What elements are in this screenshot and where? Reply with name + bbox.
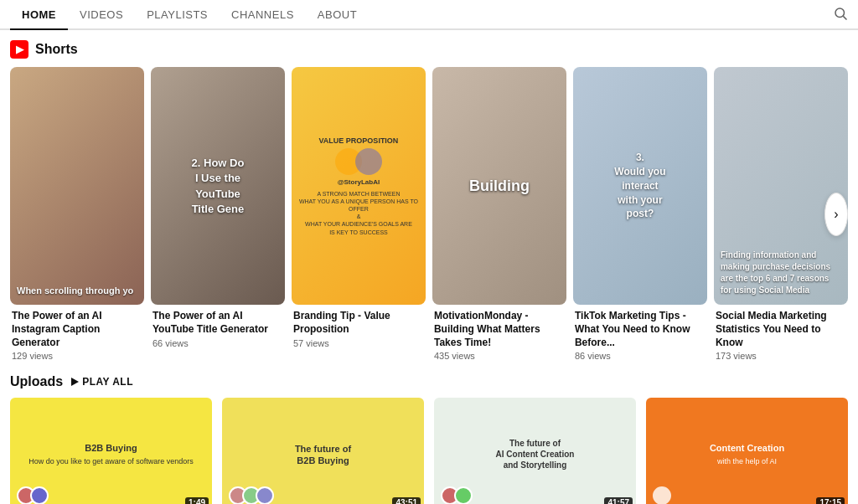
nav-item-channels[interactable]: CHANNELS	[220, 0, 306, 30]
shorts-section: ▶ Shorts When scrolling through yo The P…	[0, 30, 858, 361]
shorts-container: When scrolling through yo The Power of a…	[10, 67, 848, 361]
uploads-title: Uploads	[10, 374, 63, 389]
upload-card-2[interactable]: The future ofB2B Buying 43:51 The Future…	[222, 398, 424, 504]
short-card-5[interactable]: 3.Would you interactwith your post? TikT…	[573, 67, 707, 361]
short-card-title-1: The Power of an AI Instagram Caption Gen…	[12, 310, 142, 349]
short-overlay-5: 3.Would you interactwith your post?	[607, 144, 674, 228]
short-card-title-5: TikTok Marketing Tips - What You Need to…	[575, 310, 706, 349]
upload-avatars-4	[653, 486, 671, 504]
short-card-views-5: 86 views	[575, 351, 706, 361]
short-card-info-1: The Power of an AI Instagram Caption Gen…	[10, 310, 144, 361]
shorts-logo: ▶	[10, 40, 28, 59]
upload-duration-4: 17:15	[816, 497, 845, 504]
upload-card-3[interactable]: The future ofAI Content Creationand Stor…	[434, 398, 636, 504]
upload-thumb-3: The future ofAI Content Creationand Stor…	[434, 398, 636, 504]
shorts-next-button[interactable]: ›	[824, 193, 848, 236]
short-card-1[interactable]: When scrolling through yo The Power of a…	[10, 67, 144, 361]
search-icon[interactable]	[833, 6, 848, 23]
upload-thumb-2: The future ofB2B Buying 43:51	[222, 398, 424, 504]
short-card-3[interactable]: VALUE PROPOSITION @StoryLabAI A STRONG M…	[292, 67, 426, 361]
short-card-views-6: 173 views	[716, 351, 846, 361]
short-card-info-6: Social Media Marketing Statistics You Ne…	[714, 310, 848, 361]
short-card-title-2: The Power of an AI YouTube Title Generat…	[152, 310, 283, 336]
upload-thumb-text-4: Content Creationwith the help of AI	[646, 398, 848, 504]
short-card-title-3: Branding Tip - Value Proposition	[293, 310, 424, 336]
short-thumb-3: VALUE PROPOSITION @StoryLabAI A STRONG M…	[292, 67, 426, 305]
upload-card-4[interactable]: Content Creationwith the help of AI 17:1…	[646, 398, 848, 504]
short-thumb-2: 2. How Do I Use the YouTube Title Gene	[151, 67, 285, 305]
uploads-grid: B2B BuyingHow do you like to get aware o…	[0, 398, 858, 504]
short-card-views-3: 57 views	[293, 338, 424, 348]
uploads-header: Uploads PLAY ALL	[0, 361, 858, 398]
upload-duration-1: 1:49	[185, 497, 209, 504]
short-card-4[interactable]: Building MotivationMonday - Building Wha…	[432, 67, 566, 361]
upload-avatars-1	[17, 486, 49, 504]
nav-item-videos[interactable]: VIDEOS	[68, 0, 135, 30]
upload-duration-3: 41:57	[604, 497, 633, 504]
upload-thumb-4: Content Creationwith the help of AI 17:1…	[646, 398, 848, 504]
short-thumb-1: When scrolling through yo	[10, 67, 144, 305]
shorts-label: Shorts	[35, 42, 78, 57]
play-all-icon	[71, 378, 79, 386]
upload-duration-2: 43:51	[392, 497, 421, 504]
play-all-button[interactable]: PLAY ALL	[71, 376, 133, 388]
short-card-title-4: MotivationMonday - Building What Matters…	[434, 310, 565, 349]
short-overlay-6: Finding information and making purchase …	[721, 249, 841, 296]
short-card-views-1: 129 views	[12, 351, 142, 361]
play-all-label: PLAY ALL	[82, 376, 133, 388]
short-overlay-2: 2. How Do I Use the YouTube Title Gene	[184, 149, 251, 224]
svg-point-0	[835, 8, 845, 18]
short-card-title-6: Social Media Marketing Statistics You Ne…	[716, 310, 846, 349]
short-thumb-6: Finding information and making purchase …	[714, 67, 848, 305]
short-card-views-2: 66 views	[152, 338, 283, 348]
upload-avatars-2	[229, 486, 274, 504]
upload-thumb-1: B2B BuyingHow do you like to get aware o…	[10, 398, 212, 504]
short-card-views-4: 435 views	[434, 351, 565, 361]
short-overlay-1: When scrolling through yo	[17, 285, 137, 296]
upload-card-1[interactable]: B2B BuyingHow do you like to get aware o…	[10, 398, 212, 504]
short-card-2[interactable]: 2. How Do I Use the YouTube Title Gene T…	[151, 67, 285, 361]
short-card-info-5: TikTok Marketing Tips - What You Need to…	[573, 310, 707, 361]
short-card-info-2: The Power of an AI YouTube Title Generat…	[151, 310, 285, 347]
nav-item-playlists[interactable]: PLAYLISTS	[135, 0, 220, 30]
short-thumb-5: 3.Would you interactwith your post?	[573, 67, 707, 305]
upload-avatars-3	[441, 486, 473, 504]
short-thumb-4: Building	[432, 67, 566, 305]
short-card-info-4: MotivationMonday - Building What Matters…	[432, 310, 566, 361]
shorts-title: ▶ Shorts	[10, 40, 848, 59]
nav-bar: HOME VIDEOS PLAYLISTS CHANNELS ABOUT	[0, 0, 858, 30]
nav-item-home[interactable]: HOME	[10, 0, 68, 30]
short-card-info-3: Branding Tip - Value Proposition 57 view…	[292, 310, 426, 347]
svg-line-1	[843, 16, 846, 19]
nav-item-about[interactable]: ABOUT	[306, 0, 369, 30]
short-overlay-3: VALUE PROPOSITION @StoryLabAI A STRONG M…	[292, 67, 426, 305]
short-overlay-4: Building	[469, 177, 530, 195]
